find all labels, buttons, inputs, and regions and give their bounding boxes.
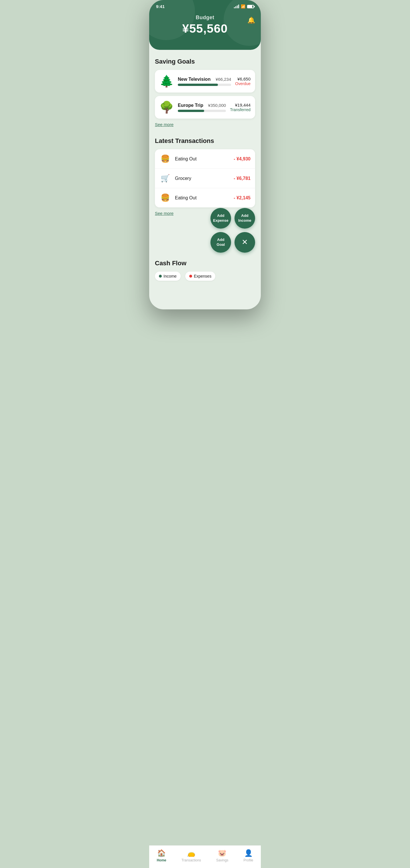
transaction-amount-1: - ¥6,781 xyxy=(233,176,251,181)
cash-flow-section: Cash Flow Income Expenses xyxy=(155,259,255,281)
header: 9:41 📶 🔔 Budget ¥55,560 xyxy=(149,0,261,50)
goal-details-television: New Television ¥66,234 xyxy=(178,77,231,86)
transaction-amount-2: - ¥2,145 xyxy=(233,195,251,200)
goal-icon-television: 🌲 xyxy=(159,74,174,88)
goal-status-europe: Transferred xyxy=(230,107,251,112)
grocery-icon: 🛒 xyxy=(159,174,171,183)
cash-flow-legend: Income Expenses xyxy=(155,272,255,281)
transactions-card: 🍔 Eating Out - ¥4,930 🛒 Grocery - ¥6,781… xyxy=(155,149,255,208)
expenses-dot xyxy=(189,275,192,278)
time: 9:41 xyxy=(156,4,165,9)
transaction-name-2: Eating Out xyxy=(175,195,230,200)
cash-flow-title: Cash Flow xyxy=(155,259,255,267)
transactions-section: Latest Transactions 🍔 Eating Out - ¥4,93… xyxy=(155,137,255,237)
signal-icon xyxy=(234,5,239,8)
goal-target-europe: ¥350,000 xyxy=(208,103,226,108)
progress-bar-bg-television xyxy=(178,84,231,86)
header-content: Budget ¥55,560 xyxy=(149,9,261,38)
goal-target-television: ¥66,234 xyxy=(216,77,231,82)
saving-goals-section: Saving Goals 🌲 New Television ¥66,234 ¥6… xyxy=(155,58,255,135)
goal-details-europe: Europe Trip ¥350,000 xyxy=(178,103,226,112)
goal-card-television[interactable]: 🌲 New Television ¥66,234 ¥6,650 Overdue xyxy=(155,70,255,93)
saving-goals-title: Saving Goals xyxy=(155,58,255,65)
goal-name-television: New Television xyxy=(178,77,211,82)
close-fab-button[interactable]: ✕ xyxy=(234,232,255,253)
transaction-name-0: Eating Out xyxy=(175,156,230,161)
fab-row-bottom: Add Goal ✕ xyxy=(211,232,255,253)
transaction-row-0[interactable]: 🍔 Eating Out - ¥4,930 xyxy=(155,149,255,169)
transaction-row-1[interactable]: 🛒 Grocery - ¥6,781 xyxy=(155,169,255,188)
budget-label: Budget xyxy=(149,14,261,21)
income-dot xyxy=(159,275,162,278)
eating-out-icon-0: 🍔 xyxy=(159,154,171,163)
add-income-button[interactable]: Add Income xyxy=(234,208,255,228)
transaction-amount-0: - ¥4,930 xyxy=(233,156,251,161)
income-label: Income xyxy=(163,274,177,278)
transactions-footer: See more Add Expense Add Income Add Goal… xyxy=(155,211,255,237)
goal-amount-europe: ¥19,444 xyxy=(230,102,251,107)
transaction-name-1: Grocery xyxy=(175,176,230,181)
goal-amount-television: ¥6,650 xyxy=(235,76,251,81)
add-goal-button[interactable]: Add Goal xyxy=(211,232,231,253)
progress-bar-bg-europe xyxy=(178,110,226,112)
status-bar: 9:41 📶 xyxy=(149,0,261,9)
battery-icon xyxy=(247,5,254,8)
phone-frame: 9:41 📶 🔔 Budget ¥55,560 S xyxy=(149,0,261,309)
goal-name-europe: Europe Trip xyxy=(178,103,203,108)
goal-right-television: ¥6,650 Overdue xyxy=(235,76,251,86)
saving-goals-see-more[interactable]: See more xyxy=(155,122,174,127)
transactions-title: Latest Transactions xyxy=(155,137,255,145)
eating-out-icon-1: 🍔 xyxy=(159,193,171,202)
legend-expenses: Expenses xyxy=(185,272,215,281)
goal-icon-europe: 🌳 xyxy=(159,100,174,114)
goal-card-europe[interactable]: 🌳 Europe Trip ¥350,000 ¥19,444 Transferr… xyxy=(155,96,255,119)
wifi-icon: 📶 xyxy=(241,4,245,9)
legend-income: Income xyxy=(155,272,181,281)
goal-status-television: Overdue xyxy=(235,81,251,86)
status-icons: 📶 xyxy=(234,4,254,9)
budget-amount: ¥55,560 xyxy=(149,22,261,35)
progress-bar-fill-television xyxy=(178,84,218,86)
progress-bar-fill-europe xyxy=(178,110,204,112)
add-expense-button[interactable]: Add Expense xyxy=(211,208,231,228)
main-content: Saving Goals 🌲 New Television ¥66,234 ¥6… xyxy=(149,50,261,309)
expenses-label: Expenses xyxy=(194,274,211,278)
goal-right-europe: ¥19,444 Transferred xyxy=(230,102,251,112)
transactions-see-more[interactable]: See more xyxy=(155,211,174,216)
transaction-row-2[interactable]: 🍔 Eating Out - ¥2,145 xyxy=(155,188,255,208)
fab-group: Add Expense Add Income Add Goal ✕ xyxy=(211,208,255,253)
fab-row-top: Add Expense Add Income xyxy=(211,208,255,228)
